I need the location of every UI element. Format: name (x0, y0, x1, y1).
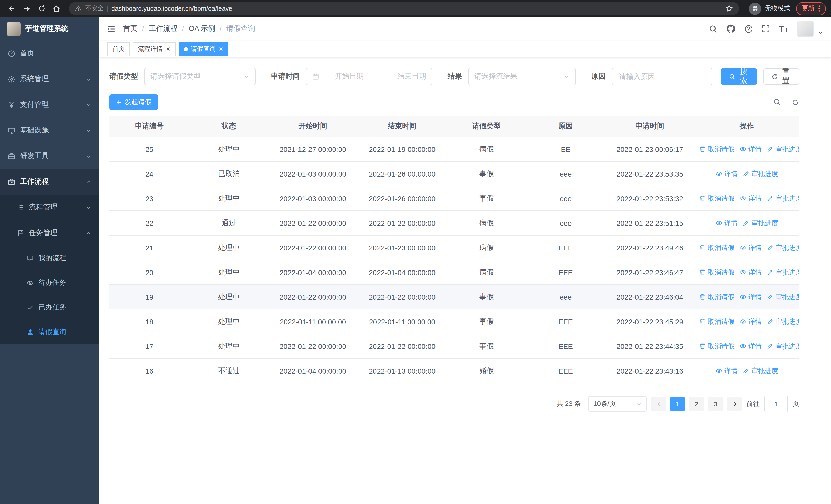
tab-process-detail[interactable]: 流程详情 (133, 42, 175, 56)
detail-link[interactable]: 详情 (740, 243, 762, 252)
browser-back-icon[interactable] (5, 2, 19, 15)
omnibox-divider (107, 5, 108, 11)
detail-link[interactable]: 详情 (716, 169, 738, 178)
cancel-leave-link[interactable]: 取消请假 (699, 342, 735, 351)
leave-type-select[interactable]: 请选择请假类型 (144, 68, 256, 85)
approval-progress-link[interactable]: 审批进度 (743, 366, 778, 376)
close-icon[interactable] (166, 47, 170, 51)
cell-reason: eee (526, 161, 605, 186)
cell-status: 处理中 (190, 260, 268, 285)
approval-progress-link[interactable]: 审批进度 (767, 292, 799, 301)
approval-progress-link[interactable]: 审批进度 (743, 218, 778, 228)
leave-table-body: 25处理中2021-12-27 00:00:002022-01-19 00:00… (109, 137, 799, 383)
cell-reason: eee (526, 285, 605, 309)
approval-progress-link[interactable]: 审批进度 (767, 268, 799, 277)
page-button-3[interactable]: 3 (708, 397, 723, 411)
search-toggle-icon[interactable] (773, 98, 781, 106)
browser-update-button[interactable]: 更新 (796, 2, 826, 15)
help-icon[interactable] (744, 24, 753, 33)
github-icon[interactable] (726, 24, 736, 33)
cancel-leave-link[interactable]: 取消请假 (699, 268, 735, 277)
detail-link[interactable]: 详情 (740, 342, 762, 351)
approval-progress-link[interactable]: 审批进度 (767, 317, 799, 326)
fullscreen-icon[interactable] (762, 25, 770, 33)
approval-progress-link[interactable]: 审批进度 (767, 145, 799, 154)
cell-application-id: 16 (109, 358, 190, 383)
detail-link[interactable]: 详情 (740, 268, 762, 277)
browser-home-icon[interactable] (50, 2, 63, 15)
breadcrumb-home[interactable]: 首页 (123, 24, 149, 33)
sidebar-item-infrastructure[interactable]: 基础设施 (0, 118, 99, 143)
not-secure-warning-icon (75, 5, 82, 12)
bookmark-star-icon[interactable] (725, 5, 733, 12)
sidebar-item-my-process[interactable]: 我的流程 (0, 246, 99, 270)
app-logo[interactable]: 芋道管理系统 (0, 17, 99, 40)
cancel-leave-link[interactable]: 取消请假 (699, 145, 735, 154)
cell-leave-type: 病假 (447, 235, 526, 260)
cancel-leave-link[interactable]: 取消请假 (699, 243, 735, 252)
date-start-input[interactable]: 开始日期 (335, 72, 364, 81)
page-button-1[interactable]: 1 (670, 397, 685, 411)
sidebar-item-payment[interactable]: 支付管理 (0, 92, 99, 118)
breadcrumb-oa-example[interactable]: OA 示例 (189, 24, 227, 33)
cell-start-time: 2022-01-03 00:00:00 (268, 161, 357, 186)
avatar[interactable] (797, 21, 813, 37)
search-icon[interactable] (709, 24, 718, 33)
cancel-leave-link[interactable]: 取消请假 (699, 194, 735, 203)
eye-icon (716, 220, 722, 226)
sidebar-item-leave-query[interactable]: 请假查询 (0, 320, 99, 345)
date-range-picker[interactable]: 开始日期 - 结束日期 (306, 68, 432, 85)
chevron-down-icon[interactable] (818, 30, 823, 35)
security-label[interactable]: 不安全 (85, 4, 104, 13)
approval-progress-link[interactable]: 审批进度 (767, 243, 799, 252)
cell-leave-type: 事假 (447, 334, 526, 358)
sidebar-item-home[interactable]: 首页 (0, 40, 99, 66)
breadcrumb-workflow[interactable]: 工作流程 (149, 24, 189, 33)
cancel-leave-link[interactable]: 取消请假 (699, 317, 735, 326)
address-bar[interactable]: 不安全 dashboard.yudao.iocoder.cn/bpm/oa/le… (69, 2, 739, 15)
sidebar-item-done-tasks[interactable]: 已办任务 (0, 295, 99, 320)
approval-progress-link[interactable]: 审批进度 (767, 194, 799, 203)
sidebar-item-task-management[interactable]: 任务管理 (0, 220, 99, 246)
detail-link[interactable]: 详情 (740, 145, 762, 154)
eye-icon (716, 367, 722, 374)
create-leave-button[interactable]: 发起请假 (109, 94, 158, 110)
date-end-input[interactable]: 结束日期 (397, 72, 426, 81)
edit-icon (767, 269, 774, 276)
tab-leave-query[interactable]: 请假查询 (179, 42, 228, 56)
prev-page-button[interactable] (651, 397, 666, 411)
refresh-icon[interactable] (792, 98, 799, 106)
browser-reload-icon[interactable] (35, 2, 48, 15)
cell-apply-time: 2022-01-22 23:44:35 (605, 334, 694, 358)
tab-home[interactable]: 首页 (107, 42, 130, 56)
sidebar-item-devtools[interactable]: 研发工具 (0, 143, 99, 169)
font-size-icon[interactable] (779, 25, 789, 32)
detail-link[interactable]: 详情 (716, 366, 738, 376)
sidebar-item-todo-tasks[interactable]: 待办任务 (0, 270, 99, 295)
approval-progress-link[interactable]: 审批进度 (743, 169, 778, 178)
table-row: 23处理中2022-01-03 00:00:002022-01-26 00:00… (109, 186, 799, 211)
approval-progress-link[interactable]: 审批进度 (767, 342, 799, 351)
goto-page-input[interactable] (764, 396, 788, 412)
browser-menu-icon[interactable] (818, 5, 820, 12)
detail-link[interactable]: 详情 (740, 194, 762, 203)
page-button-2[interactable]: 2 (689, 397, 704, 411)
table-row: 25处理中2021-12-27 00:00:002022-01-19 00:00… (109, 137, 799, 161)
page-size-select[interactable]: 10条/页 (588, 396, 647, 412)
collapse-sidebar-icon[interactable] (107, 24, 115, 33)
search-button[interactable]: 搜索 (721, 68, 757, 85)
detail-link[interactable]: 详情 (740, 292, 762, 301)
sidebar-item-workflow[interactable]: 工作流程 (0, 169, 99, 195)
next-page-button[interactable] (727, 397, 742, 411)
reason-input[interactable] (618, 72, 706, 81)
close-icon[interactable] (219, 47, 223, 51)
sidebar-item-process-management[interactable]: 流程管理 (0, 195, 99, 220)
edit-icon (767, 195, 774, 202)
detail-link[interactable]: 详情 (740, 317, 762, 326)
reset-button[interactable]: 重置 (763, 68, 799, 85)
detail-link[interactable]: 详情 (716, 218, 738, 228)
cancel-leave-link[interactable]: 取消请假 (699, 292, 735, 301)
sidebar-item-system[interactable]: 系统管理 (0, 66, 99, 92)
result-select[interactable]: 请选择流结果 (468, 68, 576, 85)
browser-forward-icon[interactable] (20, 2, 33, 15)
